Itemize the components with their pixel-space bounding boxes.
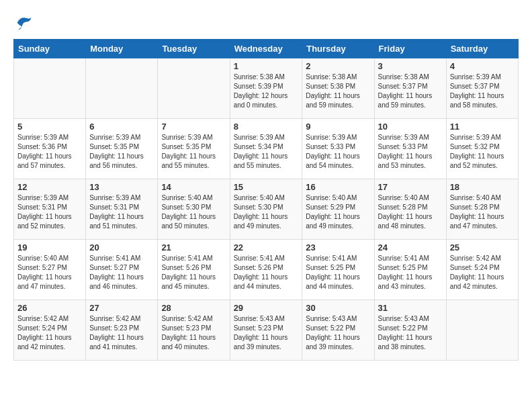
day-info: Sunrise: 5:42 AM Sunset: 5:23 PM Dayligh… xyxy=(89,314,154,352)
day-info: Sunrise: 5:39 AM Sunset: 5:31 PM Dayligh… xyxy=(17,193,82,231)
day-info: Sunrise: 5:42 AM Sunset: 5:24 PM Dayligh… xyxy=(450,254,515,291)
day-info: Sunrise: 5:39 AM Sunset: 5:33 PM Dayligh… xyxy=(378,133,443,171)
day-number: 4 xyxy=(450,61,515,71)
weekday-header-thursday: Thursday xyxy=(302,40,374,58)
day-info: Sunrise: 5:39 AM Sunset: 5:34 PM Dayligh… xyxy=(234,133,299,171)
day-number: 12 xyxy=(17,182,82,192)
calendar-day-3: 3Sunrise: 5:38 AM Sunset: 5:37 PM Daylig… xyxy=(374,58,446,119)
day-info: Sunrise: 5:42 AM Sunset: 5:24 PM Dayligh… xyxy=(17,314,82,352)
calendar-day-28: 28Sunrise: 5:42 AM Sunset: 5:23 PM Dayli… xyxy=(158,300,230,361)
calendar-day-23: 23Sunrise: 5:41 AM Sunset: 5:25 PM Dayli… xyxy=(302,240,374,300)
calendar-day-12: 12Sunrise: 5:39 AM Sunset: 5:31 PM Dayli… xyxy=(14,179,86,240)
day-number: 8 xyxy=(234,122,299,132)
day-number: 23 xyxy=(306,242,370,253)
calendar-day-2: 2Sunrise: 5:38 AM Sunset: 5:38 PM Daylig… xyxy=(302,58,374,119)
calendar-day-21: 21Sunrise: 5:41 AM Sunset: 5:26 PM Dayli… xyxy=(158,240,230,300)
calendar-day-10: 10Sunrise: 5:39 AM Sunset: 5:33 PM Dayli… xyxy=(374,119,446,179)
day-info: Sunrise: 5:43 AM Sunset: 5:23 PM Dayligh… xyxy=(234,314,299,352)
day-info: Sunrise: 5:38 AM Sunset: 5:39 PM Dayligh… xyxy=(234,73,299,110)
day-info: Sunrise: 5:43 AM Sunset: 5:22 PM Dayligh… xyxy=(306,314,370,352)
calendar-day-4: 4Sunrise: 5:39 AM Sunset: 5:37 PM Daylig… xyxy=(446,58,518,119)
day-info: Sunrise: 5:38 AM Sunset: 5:37 PM Dayligh… xyxy=(378,73,443,110)
day-number: 9 xyxy=(306,122,370,132)
day-info: Sunrise: 5:40 AM Sunset: 5:30 PM Dayligh… xyxy=(161,193,226,231)
day-info: Sunrise: 5:41 AM Sunset: 5:26 PM Dayligh… xyxy=(234,254,299,291)
day-number: 27 xyxy=(89,303,154,313)
day-number: 29 xyxy=(234,303,299,313)
day-info: Sunrise: 5:39 AM Sunset: 5:35 PM Dayligh… xyxy=(161,133,226,171)
day-number: 21 xyxy=(161,242,226,253)
calendar-day-14: 14Sunrise: 5:40 AM Sunset: 5:30 PM Dayli… xyxy=(158,179,230,240)
day-number: 26 xyxy=(17,303,82,313)
weekday-header-saturday: Saturday xyxy=(446,40,518,58)
calendar-day-24: 24Sunrise: 5:41 AM Sunset: 5:25 PM Dayli… xyxy=(374,240,446,300)
calendar-day-16: 16Sunrise: 5:40 AM Sunset: 5:29 PM Dayli… xyxy=(302,179,374,240)
day-number: 6 xyxy=(89,122,154,132)
day-number: 11 xyxy=(450,122,515,132)
day-info: Sunrise: 5:39 AM Sunset: 5:33 PM Dayligh… xyxy=(306,133,370,171)
weekday-header-sunday: Sunday xyxy=(14,40,86,58)
logo xyxy=(13,13,35,32)
day-number: 28 xyxy=(161,303,226,313)
day-number: 7 xyxy=(161,122,226,132)
day-info: Sunrise: 5:43 AM Sunset: 5:22 PM Dayligh… xyxy=(378,314,443,352)
calendar-day-5: 5Sunrise: 5:39 AM Sunset: 5:36 PM Daylig… xyxy=(14,119,86,179)
day-info: Sunrise: 5:40 AM Sunset: 5:29 PM Dayligh… xyxy=(306,193,370,231)
day-info: Sunrise: 5:39 AM Sunset: 5:31 PM Dayligh… xyxy=(89,193,154,231)
day-number: 16 xyxy=(306,182,370,192)
calendar-day-19: 19Sunrise: 5:40 AM Sunset: 5:27 PM Dayli… xyxy=(14,240,86,300)
day-info: Sunrise: 5:41 AM Sunset: 5:27 PM Dayligh… xyxy=(89,254,154,291)
calendar-day-17: 17Sunrise: 5:40 AM Sunset: 5:28 PM Dayli… xyxy=(374,179,446,240)
weekday-header-friday: Friday xyxy=(374,40,446,58)
day-number: 22 xyxy=(234,242,299,253)
day-number: 3 xyxy=(378,61,443,71)
day-number: 31 xyxy=(378,303,443,313)
calendar-day-13: 13Sunrise: 5:39 AM Sunset: 5:31 PM Dayli… xyxy=(86,179,158,240)
day-number: 5 xyxy=(17,122,82,132)
calendar-day-6: 6Sunrise: 5:39 AM Sunset: 5:35 PM Daylig… xyxy=(86,119,158,179)
calendar-day-1: 1Sunrise: 5:38 AM Sunset: 5:39 PM Daylig… xyxy=(230,58,302,119)
day-number: 10 xyxy=(378,122,443,132)
day-number: 25 xyxy=(450,242,515,253)
calendar-day-31: 31Sunrise: 5:43 AM Sunset: 5:22 PM Dayli… xyxy=(374,300,446,361)
day-number: 20 xyxy=(89,242,154,253)
day-number: 1 xyxy=(234,61,299,71)
empty-cell xyxy=(14,58,86,119)
day-number: 2 xyxy=(306,61,370,71)
day-number: 13 xyxy=(89,182,154,192)
page-header xyxy=(13,13,519,32)
calendar-day-27: 27Sunrise: 5:42 AM Sunset: 5:23 PM Dayli… xyxy=(86,300,158,361)
day-info: Sunrise: 5:40 AM Sunset: 5:30 PM Dayligh… xyxy=(234,193,299,231)
day-info: Sunrise: 5:39 AM Sunset: 5:36 PM Dayligh… xyxy=(17,133,82,171)
day-number: 30 xyxy=(306,303,370,313)
calendar-day-29: 29Sunrise: 5:43 AM Sunset: 5:23 PM Dayli… xyxy=(230,300,302,361)
day-number: 15 xyxy=(234,182,299,192)
day-info: Sunrise: 5:41 AM Sunset: 5:25 PM Dayligh… xyxy=(378,254,443,291)
day-number: 17 xyxy=(378,182,443,192)
calendar-day-7: 7Sunrise: 5:39 AM Sunset: 5:35 PM Daylig… xyxy=(158,119,230,179)
calendar-day-30: 30Sunrise: 5:43 AM Sunset: 5:22 PM Dayli… xyxy=(302,300,374,361)
day-info: Sunrise: 5:40 AM Sunset: 5:27 PM Dayligh… xyxy=(17,254,82,291)
day-info: Sunrise: 5:38 AM Sunset: 5:38 PM Dayligh… xyxy=(306,73,370,110)
day-number: 19 xyxy=(17,242,82,253)
calendar-day-11: 11Sunrise: 5:39 AM Sunset: 5:32 PM Dayli… xyxy=(446,119,518,179)
empty-cell xyxy=(158,58,230,119)
logo-bird-icon xyxy=(13,13,32,32)
calendar-day-8: 8Sunrise: 5:39 AM Sunset: 5:34 PM Daylig… xyxy=(230,119,302,179)
empty-cell xyxy=(446,300,518,361)
calendar-day-15: 15Sunrise: 5:40 AM Sunset: 5:30 PM Dayli… xyxy=(230,179,302,240)
calendar-day-20: 20Sunrise: 5:41 AM Sunset: 5:27 PM Dayli… xyxy=(86,240,158,300)
day-info: Sunrise: 5:40 AM Sunset: 5:28 PM Dayligh… xyxy=(378,193,443,231)
calendar-day-22: 22Sunrise: 5:41 AM Sunset: 5:26 PM Dayli… xyxy=(230,240,302,300)
day-info: Sunrise: 5:41 AM Sunset: 5:25 PM Dayligh… xyxy=(306,254,370,291)
day-number: 14 xyxy=(161,182,226,192)
weekday-header-tuesday: Tuesday xyxy=(158,40,230,58)
calendar-day-25: 25Sunrise: 5:42 AM Sunset: 5:24 PM Dayli… xyxy=(446,240,518,300)
calendar-day-26: 26Sunrise: 5:42 AM Sunset: 5:24 PM Dayli… xyxy=(14,300,86,361)
weekday-header-monday: Monday xyxy=(86,40,158,58)
day-info: Sunrise: 5:42 AM Sunset: 5:23 PM Dayligh… xyxy=(161,314,226,352)
day-info: Sunrise: 5:41 AM Sunset: 5:26 PM Dayligh… xyxy=(161,254,226,291)
calendar-day-9: 9Sunrise: 5:39 AM Sunset: 5:33 PM Daylig… xyxy=(302,119,374,179)
empty-cell xyxy=(86,58,158,119)
calendar-day-18: 18Sunrise: 5:40 AM Sunset: 5:28 PM Dayli… xyxy=(446,179,518,240)
